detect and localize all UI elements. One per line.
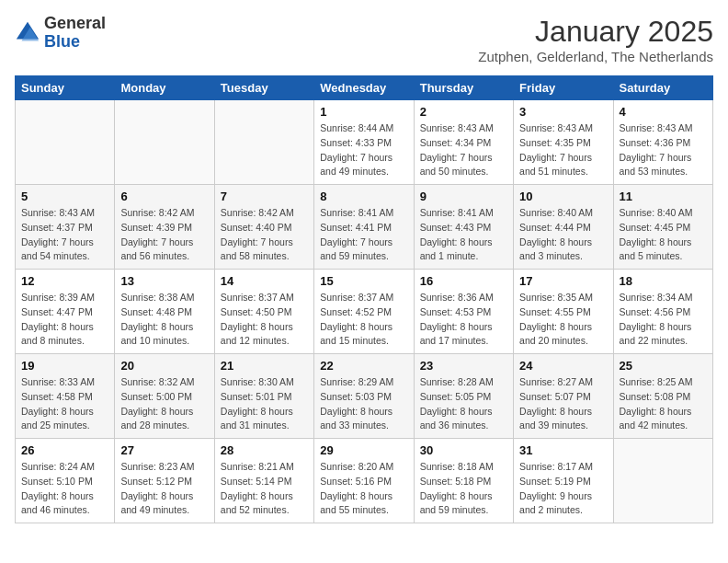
day-info: Sunrise: 8:33 AMSunset: 4:58 PMDaylight:… bbox=[21, 375, 108, 433]
day-info: Sunrise: 8:43 AMSunset: 4:36 PMDaylight:… bbox=[620, 121, 707, 179]
day-info: Sunrise: 8:38 AMSunset: 4:48 PMDaylight:… bbox=[120, 291, 208, 349]
calendar-week-4: 19Sunrise: 8:33 AMSunset: 4:58 PMDayligh… bbox=[16, 354, 713, 439]
calendar-cell: 3Sunrise: 8:43 AMSunset: 4:35 PMDaylight… bbox=[514, 100, 613, 185]
day-number: 31 bbox=[519, 443, 607, 457]
day-info: Sunrise: 8:30 AMSunset: 5:01 PMDaylight:… bbox=[221, 375, 308, 433]
day-info: Sunrise: 8:43 AMSunset: 4:35 PMDaylight:… bbox=[519, 121, 607, 179]
day-info: Sunrise: 8:18 AMSunset: 5:18 PMDaylight:… bbox=[420, 460, 507, 518]
day-info: Sunrise: 8:21 AMSunset: 5:14 PMDaylight:… bbox=[221, 460, 308, 518]
day-number: 28 bbox=[221, 443, 308, 457]
day-number: 27 bbox=[120, 443, 208, 457]
calendar-cell: 7Sunrise: 8:42 AMSunset: 4:40 PMDaylight… bbox=[214, 185, 313, 270]
day-header-tuesday: Tuesday bbox=[214, 76, 313, 100]
calendar-cell: 28Sunrise: 8:21 AMSunset: 5:14 PMDayligh… bbox=[214, 439, 313, 523]
calendar-cell: 27Sunrise: 8:23 AMSunset: 5:12 PMDayligh… bbox=[115, 439, 214, 523]
calendar-cell: 22Sunrise: 8:29 AMSunset: 5:03 PMDayligh… bbox=[314, 354, 414, 439]
day-info: Sunrise: 8:24 AMSunset: 5:10 PMDaylight:… bbox=[21, 460, 108, 518]
calendar-cell: 4Sunrise: 8:43 AMSunset: 4:36 PMDaylight… bbox=[613, 100, 712, 185]
day-number: 14 bbox=[221, 274, 308, 288]
day-number: 18 bbox=[620, 274, 707, 288]
day-number: 21 bbox=[221, 359, 308, 373]
day-info: Sunrise: 8:36 AMSunset: 4:53 PMDaylight:… bbox=[420, 291, 507, 349]
day-info: Sunrise: 8:43 AMSunset: 4:34 PMDaylight:… bbox=[420, 121, 507, 179]
day-number: 19 bbox=[21, 359, 108, 373]
day-number: 29 bbox=[320, 443, 407, 457]
calendar-cell bbox=[613, 439, 712, 523]
day-number: 3 bbox=[519, 105, 607, 119]
day-info: Sunrise: 8:17 AMSunset: 5:19 PMDaylight:… bbox=[519, 460, 607, 518]
calendar-cell bbox=[16, 100, 115, 185]
calendar-cell: 18Sunrise: 8:34 AMSunset: 4:56 PMDayligh… bbox=[613, 270, 712, 354]
day-number: 2 bbox=[420, 105, 507, 119]
calendar-cell: 12Sunrise: 8:39 AMSunset: 4:47 PMDayligh… bbox=[16, 270, 115, 354]
day-info: Sunrise: 8:41 AMSunset: 4:43 PMDaylight:… bbox=[420, 206, 507, 264]
calendar-cell: 29Sunrise: 8:20 AMSunset: 5:16 PMDayligh… bbox=[314, 439, 414, 523]
day-info: Sunrise: 8:35 AMSunset: 4:55 PMDaylight:… bbox=[519, 291, 607, 349]
day-info: Sunrise: 8:42 AMSunset: 4:39 PMDaylight:… bbox=[120, 206, 208, 264]
header-row: SundayMondayTuesdayWednesdayThursdayFrid… bbox=[16, 76, 713, 100]
day-number: 15 bbox=[320, 274, 407, 288]
day-info: Sunrise: 8:20 AMSunset: 5:16 PMDaylight:… bbox=[320, 460, 407, 518]
calendar-week-3: 12Sunrise: 8:39 AMSunset: 4:47 PMDayligh… bbox=[16, 270, 713, 354]
calendar-week-5: 26Sunrise: 8:24 AMSunset: 5:10 PMDayligh… bbox=[16, 439, 713, 523]
calendar-cell: 14Sunrise: 8:37 AMSunset: 4:50 PMDayligh… bbox=[214, 270, 313, 354]
calendar-cell: 9Sunrise: 8:41 AMSunset: 4:43 PMDaylight… bbox=[414, 185, 513, 270]
calendar-cell bbox=[115, 100, 214, 185]
day-number: 9 bbox=[420, 190, 507, 203]
day-info: Sunrise: 8:39 AMSunset: 4:47 PMDaylight:… bbox=[21, 291, 108, 349]
calendar-cell: 6Sunrise: 8:42 AMSunset: 4:39 PMDaylight… bbox=[115, 185, 214, 270]
day-info: Sunrise: 8:34 AMSunset: 4:56 PMDaylight:… bbox=[620, 291, 707, 349]
day-header-saturday: Saturday bbox=[613, 76, 712, 100]
calendar-cell: 25Sunrise: 8:25 AMSunset: 5:08 PMDayligh… bbox=[613, 354, 712, 439]
calendar-cell: 16Sunrise: 8:36 AMSunset: 4:53 PMDayligh… bbox=[414, 270, 513, 354]
logo: General Blue bbox=[15, 15, 106, 52]
day-number: 6 bbox=[120, 190, 208, 203]
page-header: General Blue January 2025 Zutphen, Gelde… bbox=[15, 15, 713, 64]
day-header-wednesday: Wednesday bbox=[314, 76, 414, 100]
day-number: 7 bbox=[221, 190, 308, 203]
day-number: 1 bbox=[320, 105, 407, 119]
day-info: Sunrise: 8:41 AMSunset: 4:41 PMDaylight:… bbox=[320, 206, 407, 264]
day-number: 17 bbox=[519, 274, 607, 288]
day-info: Sunrise: 8:29 AMSunset: 5:03 PMDaylight:… bbox=[320, 375, 407, 433]
day-number: 25 bbox=[620, 359, 707, 373]
day-number: 30 bbox=[420, 443, 507, 457]
day-number: 24 bbox=[519, 359, 607, 373]
calendar-cell bbox=[214, 100, 313, 185]
calendar-week-2: 5Sunrise: 8:43 AMSunset: 4:37 PMDaylight… bbox=[16, 185, 713, 270]
calendar-title: January 2025 bbox=[478, 15, 713, 49]
day-info: Sunrise: 8:27 AMSunset: 5:07 PMDaylight:… bbox=[519, 375, 607, 433]
calendar-cell: 15Sunrise: 8:37 AMSunset: 4:52 PMDayligh… bbox=[314, 270, 414, 354]
day-info: Sunrise: 8:23 AMSunset: 5:12 PMDaylight:… bbox=[120, 460, 208, 518]
day-number: 23 bbox=[420, 359, 507, 373]
day-header-friday: Friday bbox=[514, 76, 613, 100]
calendar-cell: 30Sunrise: 8:18 AMSunset: 5:18 PMDayligh… bbox=[414, 439, 513, 523]
day-info: Sunrise: 8:28 AMSunset: 5:05 PMDaylight:… bbox=[420, 375, 507, 433]
calendar-cell: 19Sunrise: 8:33 AMSunset: 4:58 PMDayligh… bbox=[16, 354, 115, 439]
day-number: 20 bbox=[120, 359, 208, 373]
calendar-cell: 17Sunrise: 8:35 AMSunset: 4:55 PMDayligh… bbox=[514, 270, 613, 354]
calendar-cell: 26Sunrise: 8:24 AMSunset: 5:10 PMDayligh… bbox=[16, 439, 115, 523]
calendar-cell: 10Sunrise: 8:40 AMSunset: 4:44 PMDayligh… bbox=[514, 185, 613, 270]
day-header-monday: Monday bbox=[115, 76, 214, 100]
logo-general-text: General Blue bbox=[44, 15, 106, 52]
day-info: Sunrise: 8:42 AMSunset: 4:40 PMDaylight:… bbox=[221, 206, 308, 264]
calendar-cell: 31Sunrise: 8:17 AMSunset: 5:19 PMDayligh… bbox=[514, 439, 613, 523]
day-info: Sunrise: 8:40 AMSunset: 4:45 PMDaylight:… bbox=[620, 206, 707, 264]
calendar-table: SundayMondayTuesdayWednesdayThursdayFrid… bbox=[15, 75, 713, 523]
title-area: January 2025 Zutphen, Gelderland, The Ne… bbox=[478, 15, 713, 64]
calendar-cell: 2Sunrise: 8:43 AMSunset: 4:34 PMDaylight… bbox=[414, 100, 513, 185]
logo-icon bbox=[15, 20, 40, 46]
day-number: 8 bbox=[320, 190, 407, 203]
day-number: 16 bbox=[420, 274, 507, 288]
day-number: 13 bbox=[120, 274, 208, 288]
calendar-cell: 24Sunrise: 8:27 AMSunset: 5:07 PMDayligh… bbox=[514, 354, 613, 439]
calendar-cell: 11Sunrise: 8:40 AMSunset: 4:45 PMDayligh… bbox=[613, 185, 712, 270]
day-info: Sunrise: 8:40 AMSunset: 4:44 PMDaylight:… bbox=[519, 206, 607, 264]
calendar-cell: 5Sunrise: 8:43 AMSunset: 4:37 PMDaylight… bbox=[16, 185, 115, 270]
day-info: Sunrise: 8:44 AMSunset: 4:33 PMDaylight:… bbox=[320, 121, 407, 179]
day-number: 4 bbox=[620, 105, 707, 119]
calendar-cell: 23Sunrise: 8:28 AMSunset: 5:05 PMDayligh… bbox=[414, 354, 513, 439]
day-info: Sunrise: 8:43 AMSunset: 4:37 PMDaylight:… bbox=[21, 206, 108, 264]
calendar-cell: 1Sunrise: 8:44 AMSunset: 4:33 PMDaylight… bbox=[314, 100, 414, 185]
